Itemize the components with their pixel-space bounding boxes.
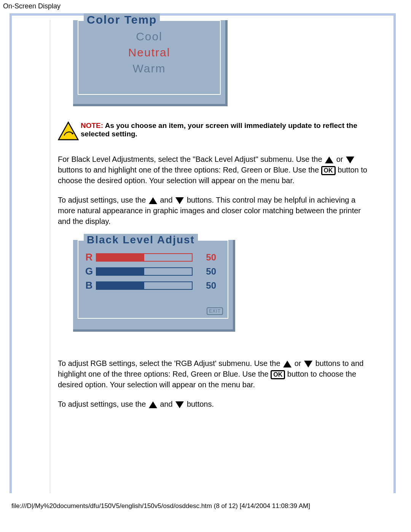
svg-marker-0 bbox=[59, 122, 78, 140]
up-icon bbox=[149, 401, 157, 408]
bla-label-r: R bbox=[82, 251, 96, 263]
osd-color-temp-panel: Color Temp Cool Neutral Warm bbox=[73, 20, 228, 106]
up-icon bbox=[325, 157, 333, 163]
up-icon bbox=[283, 361, 292, 367]
svg-point-1 bbox=[72, 133, 73, 134]
bla-label-g: G bbox=[82, 265, 96, 277]
bla-row-b[interactable]: B 50 bbox=[82, 280, 224, 291]
down-icon bbox=[346, 157, 354, 163]
bla-row-g[interactable]: G 50 bbox=[82, 265, 224, 277]
osd-color-temp-inner: Color Temp Cool Neutral Warm bbox=[78, 20, 221, 95]
note-text: NOTE: As you choose an item, your screen… bbox=[81, 121, 374, 138]
page-title: On-Screen Display bbox=[0, 0, 411, 13]
bla-val-b: 50 bbox=[193, 280, 216, 291]
ok-icon: OK bbox=[321, 166, 336, 175]
paragraph-rgb-intro: To adjust RGB settings, select the 'RGB … bbox=[58, 358, 374, 390]
paragraph-black-level-intro: For Black Level Adjustments, select the … bbox=[58, 154, 374, 186]
bla-bar-g[interactable] bbox=[96, 267, 193, 276]
osd-option-warm[interactable]: Warm bbox=[82, 61, 216, 77]
note-body: As you choose an item, your screen will … bbox=[81, 121, 357, 138]
osd-option-cool[interactable]: Cool bbox=[82, 29, 216, 45]
osd-black-level-panel: Black Level Adjust R 50 G 50 B 50 EXIT bbox=[73, 240, 235, 332]
bla-val-g: 50 bbox=[193, 266, 216, 277]
warning-icon bbox=[58, 121, 81, 142]
down-icon bbox=[304, 361, 312, 367]
note-prefix: NOTE: bbox=[81, 121, 103, 129]
page-frame: Color Temp Cool Neutral Warm NOTE: As yo… bbox=[10, 13, 396, 493]
down-icon bbox=[175, 401, 184, 408]
bla-bar-r[interactable] bbox=[96, 253, 193, 262]
content-area: Color Temp Cool Neutral Warm NOTE: As yo… bbox=[50, 20, 382, 493]
ok-icon: OK bbox=[271, 370, 285, 379]
bla-val-r: 50 bbox=[193, 252, 216, 263]
paragraph-adjust-settings-2: To adjust settings, use the and buttons. bbox=[58, 399, 374, 409]
bla-label-b: B bbox=[82, 280, 96, 291]
osd-color-temp-title: Color Temp bbox=[84, 13, 160, 26]
osd-black-level-title: Black Level Adjust bbox=[84, 234, 198, 246]
up-icon bbox=[149, 197, 157, 204]
exit-button[interactable]: EXIT bbox=[207, 307, 223, 315]
osd-black-level-inner: Black Level Adjust R 50 G 50 B 50 EXIT bbox=[78, 240, 228, 319]
osd-option-neutral[interactable]: Neutral bbox=[82, 45, 216, 61]
bla-bar-b[interactable] bbox=[96, 281, 193, 290]
footer-path: file:///D|/My%20documents/dfu/150V5/engl… bbox=[0, 493, 411, 518]
down-icon bbox=[175, 197, 184, 204]
paragraph-adjust-settings-1: To adjust settings, use the and buttons.… bbox=[58, 195, 374, 227]
bla-row-r[interactable]: R 50 bbox=[82, 251, 224, 263]
note-row: NOTE: As you choose an item, your screen… bbox=[58, 121, 374, 142]
